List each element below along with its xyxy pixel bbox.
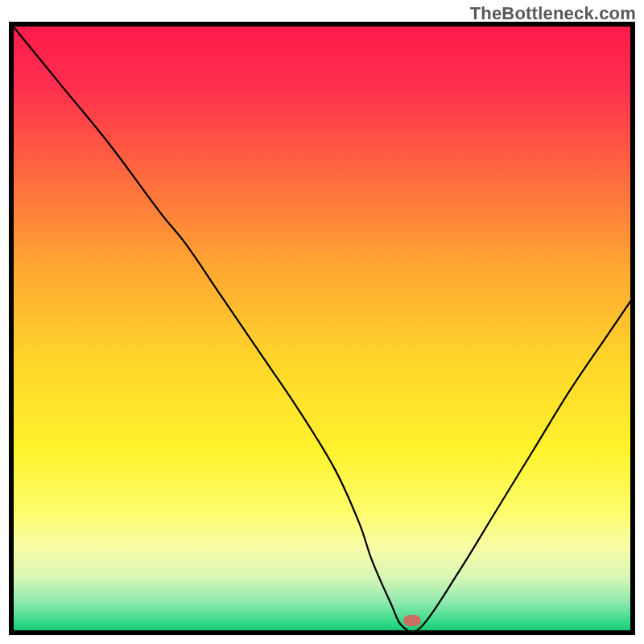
watermark-text: TheBottleneck.com: [470, 3, 636, 24]
chart-container: TheBottleneck.com: [0, 0, 644, 644]
plot-background: [11, 24, 633, 633]
optimal-marker: [403, 615, 421, 626]
bottleneck-chart: [0, 0, 644, 644]
